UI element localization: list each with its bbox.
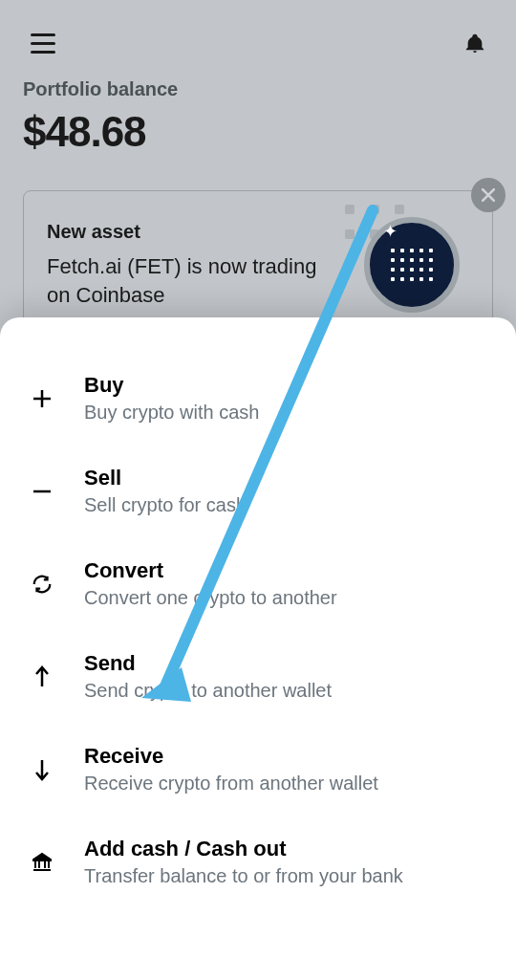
top-bar: [23, 19, 493, 78]
action-subtitle: Convert one crypto to another: [84, 587, 491, 609]
promo-image: ✦: [355, 212, 469, 317]
action-title: Add cash / Cash out: [84, 837, 491, 861]
receive-action[interactable]: Receive Receive crypto from another wall…: [25, 723, 491, 816]
sell-action[interactable]: Sell Sell crypto for cash: [25, 445, 491, 537]
buy-action[interactable]: Buy Buy crypto with cash: [25, 352, 491, 445]
action-title: Receive: [84, 744, 491, 769]
action-subtitle: Receive crypto from another wallet: [84, 773, 491, 795]
action-subtitle: Buy crypto with cash: [84, 402, 491, 424]
convert-action[interactable]: Convert Convert one crypto to another: [25, 537, 491, 630]
promo-card[interactable]: New asset Fetch.ai (FET) is now trading …: [23, 190, 493, 336]
convert-icon: [25, 574, 59, 595]
close-icon[interactable]: [471, 178, 505, 212]
plus-icon: [25, 388, 59, 409]
send-action[interactable]: Send Send crypto to another wallet: [25, 630, 491, 723]
promo-body: Fetch.ai (FET) is now trading on Coinbas…: [47, 252, 345, 309]
portfolio-balance-value: $48.68: [23, 108, 493, 156]
action-subtitle: Transfer balance to or from your bank: [84, 865, 491, 887]
notifications-icon[interactable]: [464, 31, 485, 55]
arrow-down-icon: [25, 758, 59, 781]
action-sheet: Buy Buy crypto with cash Sell Sell crypt…: [0, 317, 516, 980]
promo-title: New asset: [47, 221, 345, 243]
action-subtitle: Send crypto to another wallet: [84, 680, 491, 702]
action-subtitle: Sell crypto for cash: [84, 494, 491, 516]
minus-icon: [25, 481, 59, 502]
arrow-up-icon: [25, 665, 59, 688]
action-title: Convert: [84, 558, 491, 583]
action-title: Sell: [84, 466, 491, 490]
portfolio-balance-label: Portfolio balance: [23, 78, 493, 100]
menu-icon[interactable]: [31, 33, 55, 54]
add-cash-action[interactable]: Add cash / Cash out Transfer balance to …: [25, 816, 491, 908]
action-title: Send: [84, 651, 491, 676]
action-title: Buy: [84, 373, 491, 398]
bank-icon: [25, 851, 59, 874]
